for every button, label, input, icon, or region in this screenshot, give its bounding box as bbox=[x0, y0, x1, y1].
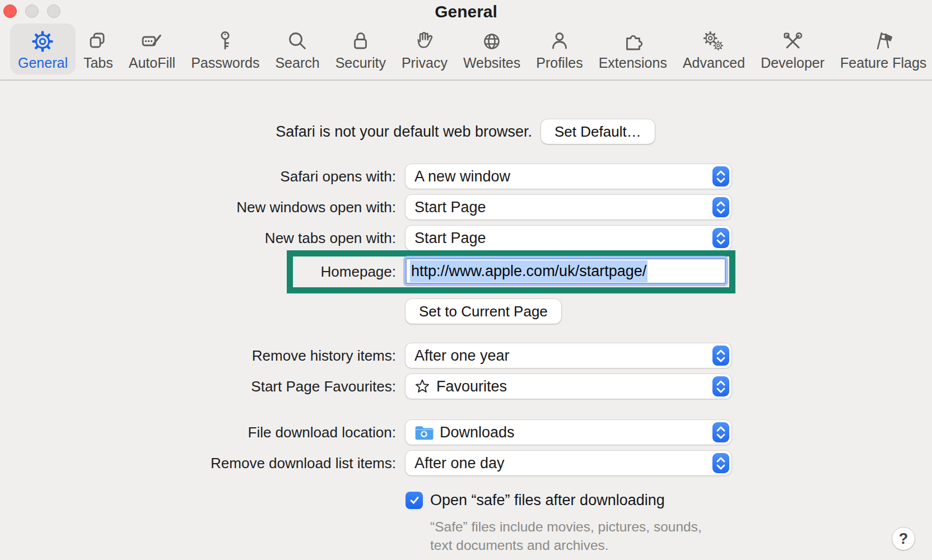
chevron-up-down-icon[interactable] bbox=[712, 376, 729, 396]
open-safe-files-label: Open “safe” files after downloading bbox=[430, 492, 665, 509]
lock-icon bbox=[348, 29, 374, 54]
chevron-up-down-icon[interactable] bbox=[712, 346, 729, 366]
popup-value: After one day bbox=[414, 455, 505, 472]
new-windows-open-with-popup[interactable]: Start Page bbox=[406, 195, 731, 220]
checkmark-icon bbox=[408, 493, 421, 507]
file-download-location-popup[interactable]: Downloads bbox=[406, 420, 731, 445]
popup-value: Start Page bbox=[414, 199, 486, 216]
tab-websites[interactable]: Websites bbox=[455, 24, 528, 74]
tab-autofill[interactable]: AutoFill bbox=[121, 24, 183, 74]
popup-value: Downloads bbox=[440, 424, 515, 441]
tab-label: Advanced bbox=[683, 55, 745, 71]
remove-history-items-label: Remove history items: bbox=[0, 343, 396, 368]
person-icon bbox=[547, 29, 572, 54]
tab-label: Developer bbox=[761, 55, 824, 71]
remove-download-list-items-label: Remove download list items: bbox=[0, 451, 396, 475]
selected-text: http://www.apple.com/uk/startpage/ bbox=[410, 260, 647, 282]
safari-settings-window: General General Tabs AutoFill bbox=[0, 0, 932, 560]
tab-privacy[interactable]: Privacy bbox=[394, 24, 455, 74]
new-windows-open-with-row: New windows open with: Start Page bbox=[0, 195, 932, 220]
tab-general[interactable]: General bbox=[10, 24, 76, 74]
tools-icon bbox=[780, 29, 805, 54]
safe-files-note: “Safe” files include movies, pictures, s… bbox=[430, 517, 702, 554]
new-tabs-open-with-label: New tabs open with: bbox=[0, 226, 396, 250]
safari-opens-with-row: Safari opens with: A new window bbox=[0, 164, 932, 189]
gear-icon bbox=[30, 29, 55, 54]
default-browser-row: Safari is not your default web browser. … bbox=[0, 119, 932, 144]
tab-developer[interactable]: Developer bbox=[753, 24, 832, 74]
remove-download-list-items-popup[interactable]: After one day bbox=[406, 451, 731, 475]
chevron-up-down-icon[interactable] bbox=[712, 228, 729, 248]
homepage-input[interactable]: http://www.apple.com/uk/startpage/ bbox=[406, 258, 726, 284]
popup-value: Favourites bbox=[436, 378, 507, 395]
tab-label: Websites bbox=[463, 55, 520, 71]
title-bar: General bbox=[0, 0, 932, 22]
file-download-location-row: File download location: Downloads bbox=[0, 420, 932, 445]
safe-files-note-line2: text documents and archives. bbox=[430, 536, 702, 554]
safe-files-note-line1: “Safe” files include movies, pictures, s… bbox=[430, 517, 702, 536]
tab-extensions[interactable]: Extensions bbox=[591, 24, 675, 74]
tab-label: Security bbox=[335, 55, 386, 71]
tab-advanced[interactable]: Advanced bbox=[675, 24, 753, 74]
safari-opens-with-label: Safari opens with: bbox=[0, 164, 396, 189]
chevron-up-down-icon[interactable] bbox=[712, 166, 729, 186]
puzzle-icon bbox=[620, 29, 646, 54]
double-gear-icon bbox=[701, 29, 727, 54]
file-download-location-label: File download location: bbox=[0, 420, 396, 445]
tab-security[interactable]: Security bbox=[328, 24, 394, 74]
flags-icon bbox=[870, 29, 896, 54]
default-browser-message: Safari is not your default web browser. bbox=[276, 119, 532, 144]
tab-label: Feature Flags bbox=[840, 55, 926, 71]
safari-opens-with-popup[interactable]: A new window bbox=[406, 164, 731, 189]
popup-value: A new window bbox=[414, 168, 510, 185]
hand-icon bbox=[412, 29, 437, 54]
tab-passwords[interactable]: Passwords bbox=[183, 24, 267, 74]
chevron-up-down-icon[interactable] bbox=[712, 197, 729, 217]
tab-label: AutoFill bbox=[129, 55, 175, 71]
popup-value: After one year bbox=[414, 347, 510, 365]
new-tabs-open-with-row: New tabs open with: Start Page bbox=[0, 226, 932, 250]
close-window-button[interactable] bbox=[3, 4, 17, 18]
tab-label: Search bbox=[275, 55, 319, 71]
open-safe-files-checkbox[interactable] bbox=[406, 492, 423, 509]
remove-history-items-row: Remove history items: After one year bbox=[0, 343, 932, 368]
tab-label: Profiles bbox=[536, 55, 582, 71]
minimize-window-button[interactable] bbox=[25, 4, 39, 18]
popup-value: Start Page bbox=[414, 230, 486, 247]
window-title: General bbox=[0, 0, 932, 24]
remove-download-list-items-row: Remove download list items: After one da… bbox=[0, 451, 932, 475]
magnifier-icon bbox=[285, 29, 310, 54]
open-safe-files-row: Open “safe” files after downloading bbox=[406, 491, 665, 509]
tab-label: Extensions bbox=[599, 55, 667, 71]
tab-label: Privacy bbox=[402, 55, 448, 71]
star-icon bbox=[414, 379, 430, 394]
downloads-folder-icon bbox=[414, 425, 434, 440]
tab-label: Passwords bbox=[191, 55, 259, 71]
new-windows-open-with-label: New windows open with: bbox=[0, 195, 396, 220]
key-icon bbox=[212, 29, 238, 54]
help-button[interactable]: ? bbox=[892, 528, 915, 550]
globe-icon bbox=[479, 29, 505, 54]
remove-history-items-popup[interactable]: After one year bbox=[406, 343, 731, 368]
set-default-button[interactable]: Set Default… bbox=[541, 119, 655, 144]
start-page-favourites-row: Start Page Favourites: Favourites bbox=[0, 374, 932, 399]
zoom-window-button[interactable] bbox=[47, 4, 60, 18]
tab-label: Tabs bbox=[83, 55, 113, 71]
tab-feature-flags[interactable]: Feature Flags bbox=[832, 24, 932, 74]
set-to-current-page-row: Set to Current Page bbox=[0, 299, 932, 324]
start-page-favourites-popup[interactable]: Favourites bbox=[406, 374, 731, 399]
tab-search[interactable]: Search bbox=[267, 24, 327, 74]
tabs-icon bbox=[85, 29, 111, 54]
chevron-up-down-icon[interactable] bbox=[712, 422, 729, 442]
tab-tabs[interactable]: Tabs bbox=[76, 24, 121, 74]
chevron-up-down-icon[interactable] bbox=[712, 453, 729, 473]
autofill-card-icon bbox=[139, 29, 165, 54]
tab-profiles[interactable]: Profiles bbox=[528, 24, 590, 74]
homepage-label: Homepage: bbox=[0, 259, 396, 284]
start-page-favourites-label: Start Page Favourites: bbox=[0, 374, 396, 399]
new-tabs-open-with-popup[interactable]: Start Page bbox=[406, 226, 731, 250]
tab-label: General bbox=[18, 55, 68, 71]
settings-toolbar: General Tabs AutoFill bbox=[0, 22, 932, 81]
set-to-current-page-button[interactable]: Set to Current Page bbox=[406, 299, 561, 324]
